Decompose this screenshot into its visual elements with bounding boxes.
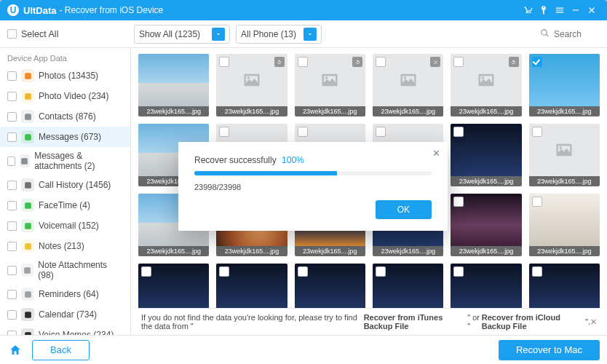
back-button[interactable]: Back — [32, 340, 90, 360]
status-badge-icon — [352, 57, 362, 67]
category-checkbox[interactable] — [7, 181, 17, 190]
category-checkbox[interactable] — [7, 157, 15, 166]
sidebar-item[interactable]: Calendar (734) — [0, 304, 130, 325]
thumbnail-tile[interactable]: 23wekjdk165....jpg — [451, 54, 521, 116]
category-checkbox[interactable] — [7, 331, 17, 336]
category-icon — [21, 328, 34, 335]
tile-checkbox[interactable] — [453, 127, 464, 137]
tile-checkbox[interactable] — [532, 127, 542, 137]
svg-rect-10 — [24, 267, 31, 274]
sidebar-item[interactable]: Voicemail (152) — [0, 215, 130, 236]
tile-checkbox[interactable] — [532, 266, 542, 277]
category-checkbox[interactable] — [7, 112, 17, 122]
thumbnail-caption: 23wekjdk165....jpg — [138, 106, 209, 116]
modal-close-icon[interactable]: ✕ — [432, 148, 440, 159]
category-icon — [21, 264, 34, 277]
tile-checkbox[interactable] — [219, 266, 229, 277]
sidebar-group-device: Device App Data — [0, 48, 130, 66]
category-checkbox[interactable] — [7, 92, 17, 101]
sidebar-item[interactable]: Photo Video (234) — [0, 86, 130, 106]
thumbnail-tile[interactable]: 23wekjdk165....jpg — [138, 54, 209, 116]
thumbnail-image — [138, 54, 209, 106]
category-label: Note Attachments (98) — [38, 260, 123, 280]
thumbnail-tile[interactable]: 23wekjdk165....jpg — [529, 194, 600, 256]
category-checkbox[interactable] — [7, 201, 17, 210]
tile-checkbox[interactable] — [219, 57, 229, 67]
menu-icon[interactable] — [552, 0, 568, 20]
thumbnail-caption: 23wekjdk165....jpg — [529, 176, 600, 186]
sidebar-item[interactable]: Voice Memos (234) — [0, 325, 130, 335]
info-link-icloud[interactable]: Recover from iCloud Backup File — [482, 313, 585, 331]
sidebar-item[interactable]: Messages (673) — [0, 127, 130, 147]
tile-checkbox[interactable] — [298, 127, 308, 137]
thumbnail-caption: 23wekjdk165....jpg — [529, 106, 600, 116]
tile-checkbox[interactable] — [141, 266, 151, 277]
app-subtitle: - Recover from iOS Device — [60, 5, 164, 15]
minimize-icon[interactable] — [568, 0, 584, 20]
category-icon — [21, 308, 34, 321]
info-close-icon[interactable]: ✕ — [590, 317, 597, 327]
thumbnail-tile[interactable]: 23wekjdk165....jpg — [451, 194, 521, 256]
category-icon — [21, 288, 34, 301]
app-title: UltData — [23, 5, 57, 16]
tile-checkbox[interactable] — [376, 57, 386, 67]
sidebar-item[interactable]: FaceTime (4) — [0, 195, 130, 215]
thumbnail-tile[interactable]: 23wekjdk165....jpg — [295, 54, 365, 116]
info-link-itunes[interactable]: Recover from iTunes Backup File — [364, 313, 468, 331]
select-all-checkbox[interactable] — [7, 29, 17, 39]
thumbnail-caption: 23wekjdk165....jpg — [373, 246, 443, 256]
search-input[interactable] — [552, 28, 596, 40]
sidebar-item[interactable]: Photos (13435) — [0, 66, 130, 86]
tile-checkbox[interactable] — [532, 57, 542, 67]
filter-type-dropdown[interactable]: Show All (1235) — [134, 25, 230, 44]
category-checkbox[interactable] — [7, 242, 17, 251]
sidebar-item[interactable]: Notes (213) — [0, 236, 130, 256]
tile-checkbox[interactable] — [298, 57, 308, 67]
category-checkbox[interactable] — [7, 221, 17, 231]
thumbnail-caption: 23wekjdk165....jpg — [451, 176, 521, 186]
category-label: Messages & attachments (2) — [34, 151, 123, 171]
cart-icon[interactable] — [520, 0, 536, 20]
close-icon[interactable] — [584, 0, 600, 20]
sidebar-item[interactable]: Note Attachments (98) — [0, 256, 130, 284]
tile-checkbox[interactable] — [453, 57, 464, 67]
category-label: Reminders (64) — [39, 289, 99, 299]
thumbnail-tile[interactable]: 23wekjdk165....jpg — [216, 54, 287, 116]
info-text-post: ". — [585, 317, 590, 326]
sidebar-item[interactable]: Messages & attachments (2) — [0, 147, 130, 175]
category-label: Photo Video (234) — [39, 91, 109, 101]
filter-type-value: Show All (1235) — [139, 29, 205, 39]
thumbnail-caption: 23wekjdk165....jpg — [451, 106, 521, 116]
sidebar-item[interactable]: Reminders (64) — [0, 284, 130, 304]
modal-ok-button[interactable]: OK — [376, 200, 432, 219]
tile-checkbox[interactable] — [532, 197, 542, 207]
svg-rect-13 — [25, 332, 31, 335]
category-checkbox[interactable] — [7, 132, 17, 142]
home-icon[interactable] — [7, 342, 23, 358]
sidebar-item[interactable]: Contacts (876) — [0, 106, 130, 127]
tile-checkbox[interactable] — [219, 127, 229, 137]
category-icon — [21, 240, 34, 253]
sidebar[interactable]: Device App Data Photos (13435) Photo Vid… — [0, 48, 131, 335]
category-checkbox[interactable] — [7, 266, 17, 275]
thumbnail-tile[interactable]: 23wekjdk165....jpg — [451, 124, 521, 186]
thumbnail-tile[interactable]: 23wekjdk165....jpg — [529, 54, 600, 116]
key-icon[interactable] — [536, 0, 552, 20]
progress-bar — [194, 171, 432, 175]
tile-checkbox[interactable] — [376, 127, 386, 137]
tile-checkbox[interactable] — [453, 266, 464, 277]
thumbnail-tile[interactable]: 23wekjdk165....jpg — [373, 54, 443, 116]
tile-checkbox[interactable] — [453, 197, 464, 207]
search-box[interactable] — [536, 26, 600, 42]
category-checkbox[interactable] — [7, 290, 17, 299]
filter-device-dropdown[interactable]: All Phone (13) — [236, 25, 322, 44]
select-all[interactable]: Select All — [7, 29, 128, 39]
category-checkbox[interactable] — [7, 310, 17, 320]
sidebar-item[interactable]: Call History (1456) — [0, 175, 130, 195]
recover-button[interactable]: Recover to Mac — [499, 340, 600, 360]
category-checkbox[interactable] — [7, 71, 17, 81]
chevron-down-icon — [212, 28, 225, 41]
thumbnail-tile[interactable]: 23wekjdk165....jpg — [529, 124, 600, 186]
tile-checkbox[interactable] — [376, 266, 386, 277]
tile-checkbox[interactable] — [298, 266, 308, 277]
